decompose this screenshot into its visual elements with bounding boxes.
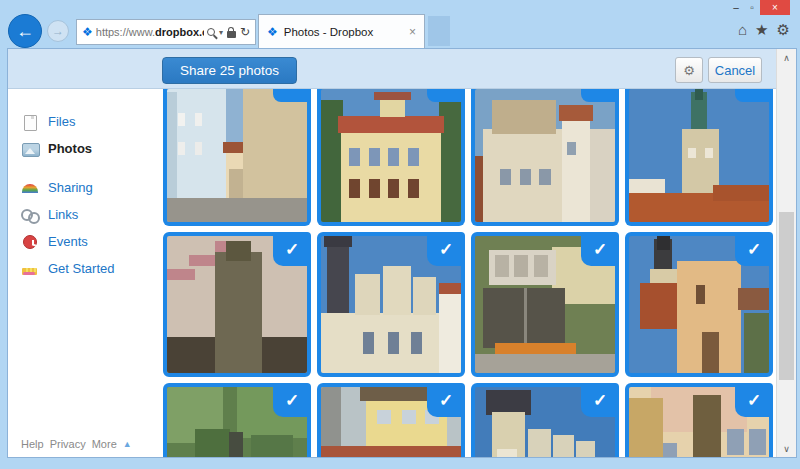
sidebar-list: Files Photos Sharing Links Events <box>8 90 162 282</box>
check-icon: ✓ <box>747 239 761 260</box>
selected-check-badge[interactable]: ✓ <box>735 383 773 417</box>
selected-check-badge[interactable]: ✓ <box>427 383 465 417</box>
check-icon: ✓ <box>593 390 607 411</box>
cancel-button[interactable]: Cancel <box>708 57 762 83</box>
photo-tile-diamond-gable-house[interactable] <box>471 89 619 226</box>
home-icon[interactable]: ⌂ <box>738 22 747 37</box>
selected-check-badge[interactable] <box>735 89 773 102</box>
forward-button[interactable]: → <box>47 20 69 42</box>
sidebar-item-label: Events <box>48 234 88 249</box>
close-window-button[interactable]: × <box>760 0 790 15</box>
tab-title: Photos - Dropbox <box>284 26 374 38</box>
forward-arrow-icon: → <box>52 24 64 38</box>
selected-check-badge[interactable] <box>273 89 311 102</box>
check-icon: ✓ <box>747 390 761 411</box>
photo-tile-railway-station[interactable]: ✓ <box>317 383 465 457</box>
tab-favicon: ❖ <box>267 26 278 38</box>
favorites-star-icon[interactable]: ★ <box>755 22 768 37</box>
address-bar-icons: ▾ ↻ <box>207 26 250 38</box>
sidebar-item-events[interactable]: Events <box>8 228 162 255</box>
address-bar[interactable]: ❖ https://www.dropbox.com/p ▾ ↻ <box>76 19 256 45</box>
browser-tab[interactable]: ❖ Photos - Dropbox × <box>258 14 425 49</box>
browser-toolbar-icons: ⌂ ★ ⚙ <box>738 22 790 37</box>
photo-image <box>629 89 769 222</box>
photo-row: ✓✓✓✓ <box>163 232 773 377</box>
photo-image <box>475 89 615 222</box>
window-caption-buttons: – ▫ × <box>728 0 790 15</box>
sidebar-item-sharing[interactable]: Sharing <box>8 174 162 201</box>
cake-icon <box>22 268 37 275</box>
share-photos-button[interactable]: Share 25 photos <box>162 57 297 84</box>
check-icon: ✓ <box>439 390 453 411</box>
sidebar-item-label: Get Started <box>48 261 114 276</box>
check-icon: ✓ <box>285 239 299 260</box>
sidebar-item-files[interactable]: Files <box>8 108 162 135</box>
privacy-link[interactable]: Privacy <box>50 438 86 450</box>
photo-image <box>167 89 307 222</box>
check-icon: ✓ <box>285 390 299 411</box>
photo-tile-war-memorial[interactable]: ✓ <box>471 232 619 377</box>
selected-check-badge[interactable] <box>581 89 619 102</box>
sidebar-item-label: Sharing <box>48 180 93 195</box>
sidebar-footer: Help Privacy More ▲ <box>21 438 132 450</box>
back-button[interactable]: ← <box>8 14 42 48</box>
photo-tile-yellow-school-building[interactable] <box>317 89 465 226</box>
new-tab-button[interactable] <box>428 16 450 46</box>
sidebar-item-links[interactable]: Links <box>8 201 162 228</box>
chain-links-icon <box>21 207 39 223</box>
photo-tile-church-green-spire[interactable] <box>625 89 773 226</box>
tab-close-icon[interactable]: × <box>409 25 416 39</box>
sidebar-item-photos[interactable]: Photos <box>8 135 162 162</box>
photo-tile-stepped-gables-building[interactable]: ✓ <box>317 232 465 377</box>
chevron-down-icon[interactable]: ▾ <box>219 28 223 37</box>
photo-tile-clock-tower-gables[interactable]: ✓ <box>471 383 619 457</box>
settings-gear-button[interactable]: ⚙ <box>675 57 703 83</box>
minimize-button[interactable]: – <box>728 0 744 15</box>
photo-tile-chapel-onion-dome[interactable]: ✓ <box>625 232 773 377</box>
photos-icon <box>21 141 39 157</box>
selected-check-badge[interactable] <box>427 89 465 102</box>
help-link[interactable]: Help <box>21 438 44 450</box>
check-icon: ✓ <box>439 239 453 260</box>
lock-icon <box>227 31 236 38</box>
photo-tile-knight-statue[interactable]: ✓ <box>163 232 311 377</box>
maximize-button[interactable]: ▫ <box>744 0 760 15</box>
url-text[interactable]: https://www.dropbox.com/p <box>96 26 204 38</box>
dropbox-page: Share 25 photos ⚙ Cancel Files Photos Sh… <box>7 48 797 458</box>
rainbow-icon <box>22 184 38 193</box>
collapse-arrow-icon[interactable]: ▲ <box>123 439 132 449</box>
photo-image <box>321 89 461 222</box>
scroll-down-arrow[interactable]: ∨ <box>777 440 796 457</box>
photo-tile-bronze-statue-square[interactable]: ✓ <box>625 383 773 457</box>
sidebar: Files Photos Sharing Links Events <box>8 90 162 457</box>
dropbox-favicon: ❖ <box>82 26 93 38</box>
back-arrow-icon: ← <box>16 21 34 42</box>
browser-window: – ▫ × ← → ❖ https://www.dropbox.com/p ▾ … <box>0 0 800 469</box>
sidebar-item-get-started[interactable]: Get Started <box>8 255 162 282</box>
sidebar-item-label: Links <box>48 207 78 222</box>
gear-icon: ⚙ <box>683 63 695 78</box>
selected-check-badge[interactable]: ✓ <box>427 232 465 266</box>
more-link[interactable]: More <box>92 438 117 450</box>
share-header-bar: Share 25 photos ⚙ Cancel <box>8 49 796 89</box>
sidebar-item-label: Files <box>48 114 75 129</box>
refresh-icon[interactable]: ↻ <box>240 26 250 38</box>
tools-gear-icon[interactable]: ⚙ <box>777 22 790 37</box>
selected-check-badge[interactable]: ✓ <box>273 383 311 417</box>
sidebar-item-label: Photos <box>48 141 92 156</box>
search-icon[interactable] <box>207 28 215 36</box>
photo-tile-park-statue[interactable]: ✓ <box>163 383 311 457</box>
photo-row <box>163 89 773 226</box>
scroll-up-arrow[interactable]: ∧ <box>777 49 796 66</box>
file-icon <box>21 114 39 130</box>
selected-check-badge[interactable]: ✓ <box>273 232 311 266</box>
selected-check-badge[interactable]: ✓ <box>735 232 773 266</box>
selected-check-badge[interactable]: ✓ <box>581 383 619 417</box>
clock-events-icon <box>23 235 37 249</box>
photo-grid: ✓✓✓✓✓✓✓✓ <box>162 89 776 457</box>
photo-row: ✓✓✓✓ <box>163 383 773 457</box>
vertical-scrollbar[interactable]: ∧ ∨ <box>776 49 796 457</box>
scrollbar-thumb[interactable] <box>779 212 794 380</box>
photo-tile-street-pastel-houses[interactable] <box>163 89 311 226</box>
selected-check-badge[interactable]: ✓ <box>581 232 619 266</box>
